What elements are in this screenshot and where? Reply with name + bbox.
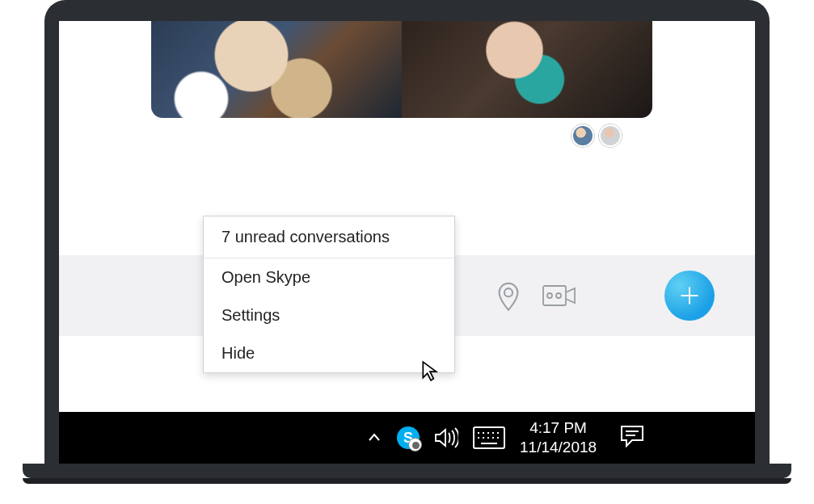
windows-taskbar: S bbox=[59, 412, 755, 464]
tray-overflow-chevron-icon[interactable] bbox=[366, 430, 382, 446]
add-button[interactable] bbox=[664, 271, 715, 321]
action-center-icon[interactable] bbox=[619, 424, 645, 452]
laptop-base bbox=[23, 464, 791, 478]
svg-point-3 bbox=[556, 293, 561, 298]
touch-keyboard-icon[interactable] bbox=[473, 426, 505, 449]
skype-tray-context-menu: 7 unread conversations Open Skype Settin… bbox=[203, 216, 455, 373]
video-message-icon[interactable] bbox=[542, 284, 576, 308]
menu-item-open-skype[interactable]: Open Skype bbox=[204, 258, 454, 296]
mouse-cursor-icon bbox=[421, 360, 439, 384]
read-by-avatars bbox=[571, 124, 622, 147]
svg-point-2 bbox=[547, 293, 552, 298]
screen: 7 unread conversations Open Skype Settin… bbox=[59, 21, 755, 464]
taskbar-clock[interactable]: 4:17 PM 11/14/2018 bbox=[520, 418, 597, 457]
laptop-frame: 7 unread conversations Open Skype Settin… bbox=[44, 0, 770, 464]
volume-icon[interactable] bbox=[434, 427, 458, 448]
photo-left bbox=[151, 21, 402, 118]
menu-item-hide[interactable]: Hide bbox=[204, 334, 454, 372]
menu-header-unread[interactable]: 7 unread conversations bbox=[204, 216, 454, 258]
clock-time: 4:17 PM bbox=[520, 418, 597, 438]
svg-point-0 bbox=[504, 288, 512, 296]
system-tray: S bbox=[366, 426, 505, 449]
message-photo-attachment[interactable] bbox=[151, 21, 652, 118]
skype-tray-icon[interactable]: S bbox=[397, 426, 420, 449]
clock-date: 11/14/2018 bbox=[520, 438, 597, 457]
avatar[interactable] bbox=[571, 124, 594, 147]
location-icon[interactable] bbox=[496, 280, 521, 311]
photo-right bbox=[402, 21, 652, 118]
menu-item-settings[interactable]: Settings bbox=[204, 296, 454, 334]
avatar[interactable] bbox=[599, 124, 622, 147]
